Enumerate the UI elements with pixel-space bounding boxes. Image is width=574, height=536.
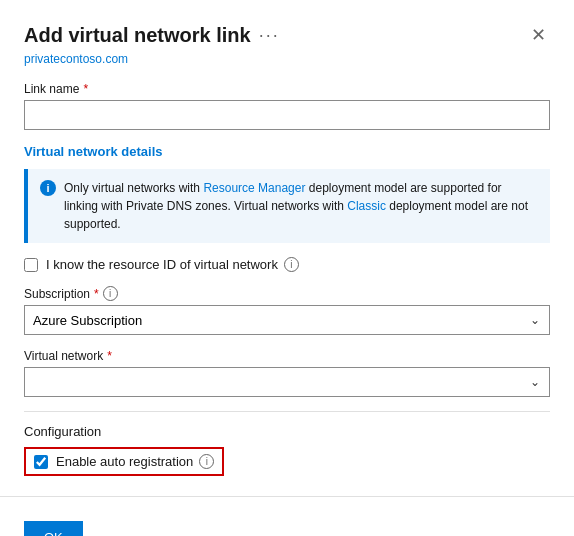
configuration-label: Configuration — [24, 424, 550, 439]
info-box: i Only virtual networks with Resource Ma… — [24, 169, 550, 243]
info-text: Only virtual networks with Resource Mana… — [64, 179, 538, 233]
subscription-select[interactable]: Azure Subscription — [24, 305, 550, 335]
dialog-subtitle: privatecontoso.com — [24, 52, 550, 66]
dialog-title: Add virtual network link — [24, 24, 251, 47]
dialog-title-row: Add virtual network link ··· — [24, 24, 280, 47]
auto-registration-row: Enable auto registration i — [24, 447, 550, 480]
subscription-label: Subscription * i — [24, 286, 550, 301]
resource-id-label: I know the resource ID of virtual networ… — [46, 257, 299, 272]
virtual-network-section-title: Virtual network details — [24, 144, 550, 159]
ok-button[interactable]: OK — [24, 521, 83, 536]
virtual-network-label: Virtual network * — [24, 349, 550, 363]
vnet-required-star: * — [107, 349, 112, 363]
footer-divider — [0, 496, 574, 497]
virtual-network-select-wrapper: ⌄ — [24, 367, 550, 397]
resource-id-info-icon[interactable]: i — [284, 257, 299, 272]
auto-reg-label: Enable auto registration i — [56, 454, 214, 469]
link-name-input[interactable] — [24, 100, 550, 130]
add-virtual-network-link-dialog: Add virtual network link ··· ✕ privateco… — [0, 0, 574, 536]
virtual-network-select[interactable] — [24, 367, 550, 397]
resource-id-checkbox[interactable] — [24, 258, 38, 272]
subscription-info-icon[interactable]: i — [103, 286, 118, 301]
subscription-field: Subscription * i Azure Subscription ⌄ — [24, 286, 550, 335]
info-icon: i — [40, 180, 56, 196]
required-star: * — [83, 82, 88, 96]
auto-reg-info-icon[interactable]: i — [199, 454, 214, 469]
resource-id-row: I know the resource ID of virtual networ… — [24, 257, 550, 272]
classic-link[interactable]: Classic — [347, 199, 386, 213]
auto-reg-checkbox[interactable] — [34, 455, 48, 469]
link-name-field: Link name * — [24, 82, 550, 144]
configuration-section: Configuration Enable auto registration i — [24, 411, 550, 480]
resource-manager-link[interactable]: Resource Manager — [203, 181, 305, 195]
close-button[interactable]: ✕ — [527, 20, 550, 50]
dialog-header: Add virtual network link ··· ✕ — [24, 20, 550, 50]
auto-reg-highlight-box: Enable auto registration i — [24, 447, 224, 476]
virtual-network-field: Virtual network * ⌄ — [24, 349, 550, 397]
subscription-required-star: * — [94, 287, 99, 301]
subscription-select-wrapper: Azure Subscription ⌄ — [24, 305, 550, 335]
link-name-label: Link name * — [24, 82, 550, 96]
more-options-icon[interactable]: ··· — [259, 25, 280, 46]
